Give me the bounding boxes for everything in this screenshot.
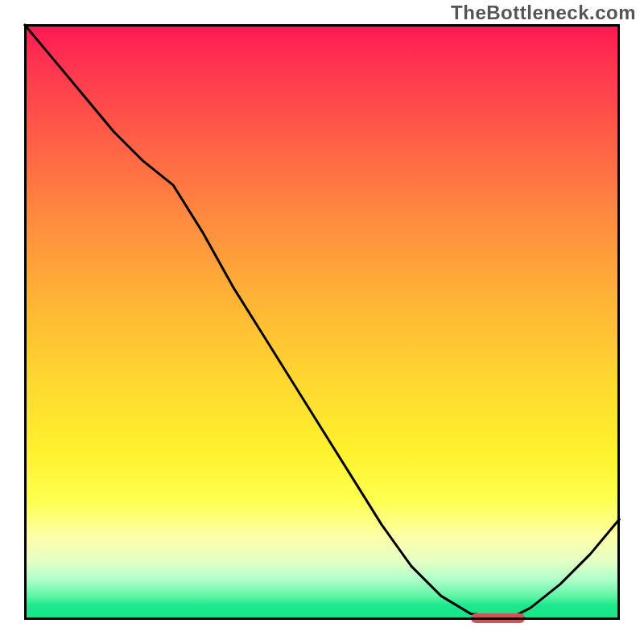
bottleneck-curve-line [24,24,620,617]
curve-svg [24,24,620,620]
optimal-zone-marker [471,613,525,623]
chart-container: TheBottleneck.com [0,0,644,644]
watermark-text: TheBottleneck.com [451,2,636,24]
